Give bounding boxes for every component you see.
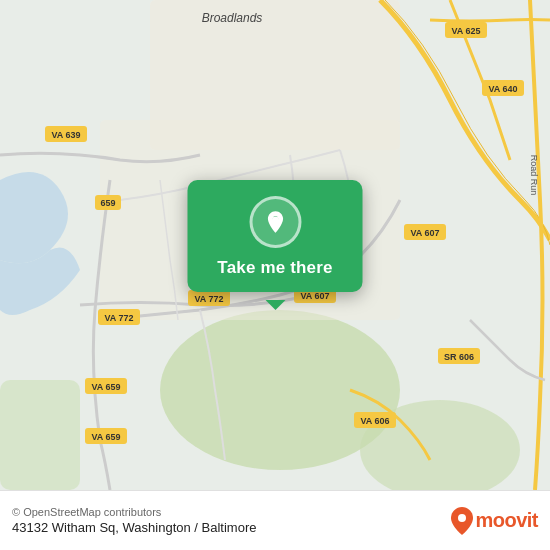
svg-text:SR 606: SR 606 <box>444 352 474 362</box>
popup-card: Take me there <box>188 180 363 292</box>
svg-text:VA 639: VA 639 <box>51 130 80 140</box>
bottom-bar: © OpenStreetMap contributors 43132 Witha… <box>0 490 550 550</box>
svg-text:VA 607: VA 607 <box>410 228 439 238</box>
moovit-logo: moovit <box>451 507 538 535</box>
svg-point-33 <box>458 514 466 522</box>
svg-text:VA 607: VA 607 <box>300 291 329 301</box>
svg-text:VA 606: VA 606 <box>360 416 389 426</box>
svg-text:VA 659: VA 659 <box>91 432 120 442</box>
moovit-brand-name: moovit <box>475 509 538 532</box>
svg-text:Road Run: Road Run <box>529 155 539 196</box>
take-me-there-button[interactable]: Take me there <box>217 258 332 278</box>
popup-overlay: Take me there <box>188 180 363 292</box>
svg-text:VA 625: VA 625 <box>451 26 480 36</box>
moovit-pin-icon <box>451 507 473 535</box>
svg-text:VA 640: VA 640 <box>488 84 517 94</box>
svg-text:659: 659 <box>100 198 115 208</box>
copyright-text: © OpenStreetMap contributors <box>12 506 441 518</box>
location-pin-icon <box>262 209 288 235</box>
svg-text:VA 772: VA 772 <box>104 313 133 323</box>
location-icon-wrap <box>249 196 301 248</box>
svg-text:Broadlands: Broadlands <box>202 11 263 25</box>
address-text: 43132 Witham Sq, Washington / Baltimore <box>12 520 441 535</box>
svg-rect-3 <box>0 380 80 490</box>
svg-text:VA 659: VA 659 <box>91 382 120 392</box>
map-container: VA 625 VA 640 VA 639 659 VA 607 VA 607 V… <box>0 0 550 490</box>
svg-text:VA 772: VA 772 <box>194 294 223 304</box>
